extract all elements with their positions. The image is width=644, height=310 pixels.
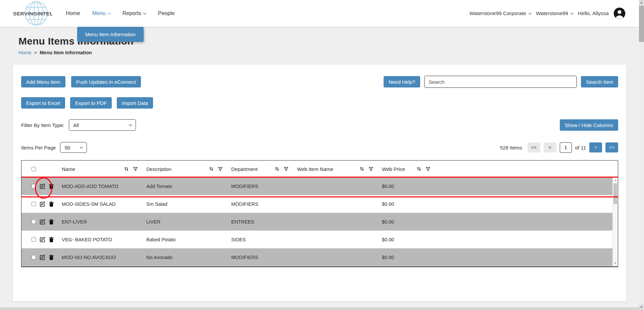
cell-web-price: $0.00 xyxy=(382,201,439,207)
nav-people[interactable]: People xyxy=(158,10,175,16)
cell-department: MODIFIERS xyxy=(231,184,297,189)
row-checkbox[interactable] xyxy=(32,220,36,224)
delete-trash-icon[interactable] xyxy=(49,219,54,225)
caret-down-icon xyxy=(528,11,532,15)
last-page-button[interactable]: >> xyxy=(605,142,618,152)
table-body: MOD-ADD-ADD TOMATO Add Tomato MODIFIERS … xyxy=(21,177,618,266)
scroll-up-icon[interactable]: ▲ xyxy=(639,0,644,5)
table-row[interactable]: MOD-SIDES-SM SALAD Sm Salad MODIFIERS $0… xyxy=(21,195,618,213)
servingintel-logo[interactable]: SERVINGINTEL xyxy=(13,0,52,26)
menu-items-table: Name Description xyxy=(21,160,618,267)
main-nav: Home Menu Reports People xyxy=(66,10,175,16)
user-avatar-icon[interactable] xyxy=(613,7,626,19)
cell-web-price: $0.00 xyxy=(382,184,439,189)
table-row[interactable]: VEG- BAKED POTATO Baked Potato SIDES $0.… xyxy=(21,231,618,248)
navbar: SERVINGINTEL Home Menu Reports People Wa… xyxy=(0,0,644,27)
cell-name: MOD-ADD-ADD TOMATO xyxy=(62,184,146,189)
delete-trash-icon[interactable] xyxy=(49,237,54,242)
sort-icon[interactable] xyxy=(124,167,129,171)
filter-icon[interactable] xyxy=(284,167,288,171)
items-per-page-select[interactable]: 50 xyxy=(60,142,87,153)
row-checkbox[interactable] xyxy=(32,202,36,206)
edit-icon[interactable] xyxy=(40,219,45,225)
row-checkbox[interactable] xyxy=(32,255,36,259)
table-scrollbar[interactable]: ▲ ▼ xyxy=(612,177,618,266)
push-updates-button[interactable]: Push Updates in eConnect xyxy=(71,76,141,87)
nav-home[interactable]: Home xyxy=(66,10,80,16)
scroll-down-icon[interactable]: ▼ xyxy=(613,261,618,266)
show-hide-columns-button[interactable]: Show / Hide Columns xyxy=(560,119,618,131)
first-page-button[interactable]: << xyxy=(528,142,540,152)
row-checkbox[interactable] xyxy=(32,184,36,188)
import-data-button[interactable]: Import Data xyxy=(117,97,153,109)
delete-trash-icon[interactable] xyxy=(49,201,54,207)
cell-description: Baked Potato xyxy=(146,237,231,242)
search-input[interactable] xyxy=(424,76,577,88)
table-header-row: Name Description xyxy=(21,161,618,177)
toolbar-row-1: Add Menu Item Push Updates in eConnect N… xyxy=(21,76,618,88)
cell-description: Add Tomato xyxy=(146,184,231,189)
filter-icon[interactable] xyxy=(426,167,430,171)
row-checkbox[interactable] xyxy=(32,237,36,242)
cell-department: SIDES xyxy=(231,237,297,242)
cell-name: VEG- BAKED POTATO xyxy=(62,237,146,242)
column-header-name: Name xyxy=(62,166,75,172)
user-greeting: Hello, Allyssa xyxy=(578,10,609,16)
nav-menu[interactable]: Menu xyxy=(92,10,110,16)
table-row[interactable]: MOD-NO-NO AVOCADO No Avocado MODIFIERS $… xyxy=(21,248,618,266)
delete-trash-icon[interactable] xyxy=(49,255,54,260)
edit-icon[interactable] xyxy=(40,254,45,260)
export-excel-button[interactable]: Export to Excel xyxy=(21,97,65,109)
filter-icon[interactable] xyxy=(133,167,138,171)
chevron-down-icon xyxy=(80,145,83,149)
sort-icon[interactable] xyxy=(275,167,279,171)
location-selector[interactable]: Waterstone99 xyxy=(536,10,573,16)
cell-web-price: $0.00 xyxy=(382,219,439,225)
page-horizontal-scrollbar[interactable] xyxy=(0,307,639,310)
cell-name: ENT-LIVER xyxy=(62,219,146,225)
edit-icon[interactable] xyxy=(40,183,45,189)
table-scrollbar-thumb[interactable] xyxy=(613,183,617,204)
items-per-page-label: Items Per Page xyxy=(21,145,56,150)
filter-row: Filter By Item Type: All Show / Hide Col… xyxy=(21,119,618,131)
cell-web-price: $0.00 xyxy=(382,237,439,242)
caret-up-icon xyxy=(107,12,111,16)
cell-description: No Avocado xyxy=(146,255,231,260)
sort-icon[interactable] xyxy=(209,167,213,171)
menu-dropdown-item-information[interactable]: Menu Item Information xyxy=(77,27,144,42)
column-header-department: Department xyxy=(231,166,257,172)
pagination: 528 Items << < of 11 > >> xyxy=(500,142,618,153)
edit-icon[interactable] xyxy=(40,201,45,207)
add-menu-item-button[interactable]: Add Menu Item xyxy=(21,76,65,87)
page-vertical-scrollbar[interactable]: ▲ ▼ xyxy=(639,0,644,310)
table-row[interactable]: ENT-LIVER LIVER ENTREES $0.00 xyxy=(21,213,618,231)
sort-icon[interactable] xyxy=(417,167,421,171)
item-type-select[interactable]: All xyxy=(69,119,136,131)
filter-icon[interactable] xyxy=(218,167,222,171)
nav-reports[interactable]: Reports xyxy=(122,10,146,16)
prev-page-button[interactable]: < xyxy=(544,142,556,152)
need-help-button[interactable]: Need Help? xyxy=(384,76,420,87)
scroll-up-icon[interactable]: ▲ xyxy=(613,178,618,183)
cell-description: Sm Salad xyxy=(146,201,231,207)
next-page-button[interactable]: > xyxy=(589,142,602,152)
cell-description: LIVER xyxy=(146,219,231,225)
breadcrumb-current: Menu Item Information xyxy=(40,50,92,55)
search-item-button[interactable]: Search Item xyxy=(581,76,618,87)
caret-down-icon xyxy=(143,11,146,15)
chevron-down-icon xyxy=(129,123,132,126)
delete-trash-icon[interactable] xyxy=(49,184,54,189)
edit-icon[interactable] xyxy=(40,237,45,242)
select-all-checkbox[interactable] xyxy=(32,167,36,171)
column-header-web-item-name: Web Item Name xyxy=(297,166,333,172)
export-pdf-button[interactable]: Export to PDF xyxy=(70,97,112,109)
cell-department: ENTREES xyxy=(231,219,297,225)
scroll-down-icon[interactable]: ▼ xyxy=(639,305,644,310)
breadcrumb-home-link[interactable]: Home xyxy=(18,50,32,55)
sort-icon[interactable] xyxy=(360,167,364,171)
corporate-selector[interactable]: Waterstone99 Corporate xyxy=(469,10,531,16)
table-row-highlighted[interactable]: MOD-ADD-ADD TOMATO Add Tomato MODIFIERS … xyxy=(21,177,618,195)
page-scrollbar-thumb[interactable] xyxy=(639,6,644,42)
filter-icon[interactable] xyxy=(369,167,373,171)
page-number-input[interactable] xyxy=(560,142,572,153)
